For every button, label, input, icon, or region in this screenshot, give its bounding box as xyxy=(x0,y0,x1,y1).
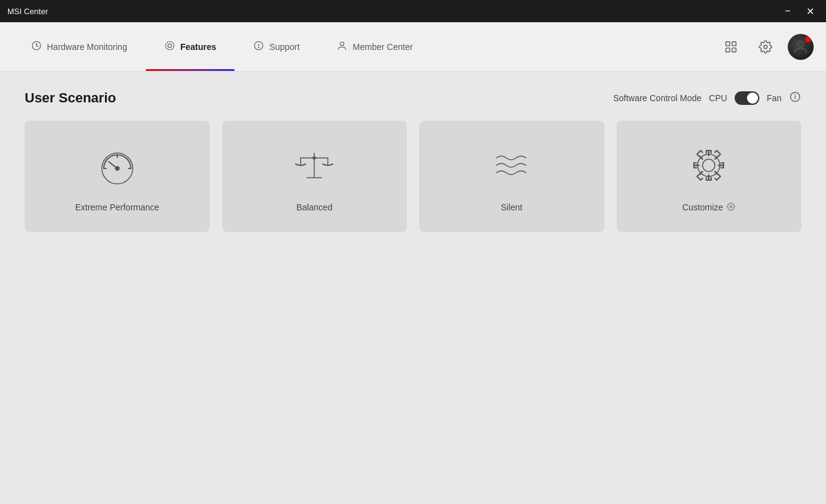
customize-label: Customize xyxy=(682,202,735,213)
extreme-performance-label: Extreme Performance xyxy=(75,202,159,212)
features-icon xyxy=(164,40,175,54)
section-title: User Scenario xyxy=(25,90,116,106)
title-bar: MSI Center − ✕ xyxy=(0,0,826,22)
tab-features[interactable]: Features xyxy=(146,22,235,71)
scenario-card-silent[interactable]: Silent xyxy=(419,121,604,232)
tab-hardware-monitoring-label: Hardware Monitoring xyxy=(47,42,127,52)
svg-rect-7 xyxy=(732,41,736,45)
svg-point-10 xyxy=(764,45,767,49)
toggle-thumb xyxy=(747,93,758,104)
control-mode: Software Control Mode CPU Fan xyxy=(613,91,801,106)
svg-point-27 xyxy=(730,205,733,208)
app-window: MSI Center − ✕ Hardware Monitoring xyxy=(0,0,826,504)
fan-label: Fan xyxy=(767,93,782,103)
tab-support[interactable]: Support xyxy=(235,22,318,71)
cpu-toggle[interactable] xyxy=(735,91,759,105)
cpu-label: CPU xyxy=(709,93,727,103)
tab-features-label: Features xyxy=(180,42,216,52)
scenario-card-customize[interactable]: Customize xyxy=(617,121,802,232)
main-content: User Scenario Software Control Mode CPU … xyxy=(0,72,826,504)
scenario-card-extreme-performance[interactable]: Extreme Performance xyxy=(25,121,210,232)
minimize-button[interactable]: − xyxy=(779,2,796,20)
svg-point-25 xyxy=(703,159,715,171)
scales-icon xyxy=(290,141,339,190)
svg-point-5 xyxy=(340,42,344,46)
tab-member-center[interactable]: Member Center xyxy=(318,22,431,71)
avatar-notification-dot xyxy=(805,36,811,43)
tab-support-label: Support xyxy=(269,42,299,52)
svg-point-24 xyxy=(313,157,315,159)
avatar[interactable] xyxy=(788,34,814,60)
svg-rect-9 xyxy=(732,48,736,51)
silent-label: Silent xyxy=(501,202,522,212)
svg-point-2 xyxy=(165,41,174,50)
toggle-track[interactable] xyxy=(735,91,759,105)
svg-point-11 xyxy=(798,41,803,46)
nav-bar: Hardware Monitoring Features xyxy=(0,22,826,72)
scenario-card-balanced[interactable]: Balanced xyxy=(222,121,407,232)
tab-member-center-label: Member Center xyxy=(353,42,412,52)
speedometer-icon xyxy=(93,141,142,190)
section-header: User Scenario Software Control Mode CPU … xyxy=(25,90,801,106)
customize-gear-icon xyxy=(684,141,733,190)
waves-icon xyxy=(487,141,536,190)
title-bar-controls: − ✕ xyxy=(779,2,819,20)
customize-small-gear-icon xyxy=(727,202,735,213)
svg-rect-8 xyxy=(726,48,730,51)
tab-hardware-monitoring[interactable]: Hardware Monitoring xyxy=(12,22,146,71)
close-button[interactable]: ✕ xyxy=(801,2,819,20)
svg-point-26 xyxy=(698,154,720,176)
balanced-label: Balanced xyxy=(296,202,332,212)
title-bar-left: MSI Center xyxy=(7,7,48,16)
scenario-grid: Extreme Performance xyxy=(25,121,801,232)
svg-rect-6 xyxy=(726,41,730,45)
apps-button[interactable] xyxy=(719,35,743,59)
nav-right xyxy=(719,34,814,60)
nav-tabs: Hardware Monitoring Features xyxy=(12,22,432,71)
fan-info-icon[interactable] xyxy=(789,91,801,106)
software-control-mode-label: Software Control Mode xyxy=(613,93,701,103)
hardware-monitoring-icon xyxy=(31,40,42,54)
member-icon xyxy=(336,40,348,54)
svg-point-1 xyxy=(168,44,172,48)
app-title: MSI Center xyxy=(7,7,48,16)
svg-point-4 xyxy=(259,47,259,48)
support-icon xyxy=(253,40,264,54)
svg-point-15 xyxy=(115,167,119,170)
settings-button[interactable] xyxy=(753,35,778,59)
